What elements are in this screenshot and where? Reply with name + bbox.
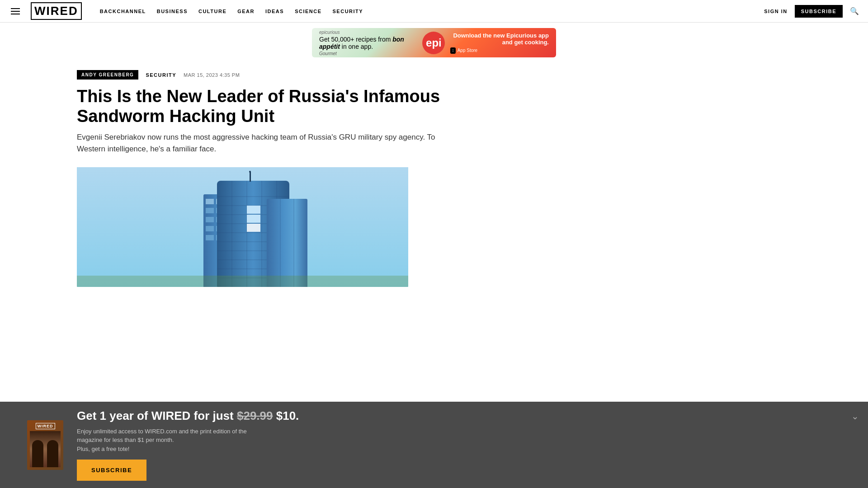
article-subtitle: Evgenii Serebriakov now runs the most ag… — [77, 131, 466, 155]
ad-left-text: Get 50,000+ recipes from bon appétit in … — [319, 36, 422, 50]
svg-rect-38 — [250, 172, 251, 182]
nav-gear[interactable]: GEAR — [237, 9, 255, 14]
svg-rect-33 — [247, 215, 260, 223]
article-image-container — [0, 160, 868, 287]
nav-business[interactable]: BUSINESS — [157, 9, 188, 14]
nav-security[interactable]: SECURITY — [333, 9, 363, 14]
article-meta: ANDY GREENBERG SECURITY MAR 15, 2023 4:3… — [0, 63, 868, 83]
svg-rect-32 — [247, 206, 260, 214]
ad-epi-badge: epi — [422, 32, 445, 54]
author-tag[interactable]: ANDY GREENBERG — [77, 70, 138, 80]
article-title: This Is the New Leader of Russia's Infam… — [77, 87, 466, 126]
article-hero-image — [77, 167, 408, 287]
hero-image-svg — [77, 167, 408, 287]
ad-container[interactable]: epicurious Get 50,000+ recipes from bon … — [312, 28, 556, 57]
svg-rect-40 — [77, 276, 408, 287]
svg-point-39 — [249, 171, 251, 173]
svg-rect-15 — [206, 235, 214, 240]
svg-rect-9 — [206, 217, 214, 222]
ad-cta-text: Download the new Epicurious app and get … — [450, 32, 549, 54]
nav-ideas[interactable]: IDEAS — [265, 9, 284, 14]
main-nav: BACKCHANNEL BUSINESS CULTURE GEAR IDEAS … — [100, 9, 363, 14]
hamburger-menu[interactable] — [9, 6, 22, 16]
publish-date: MAR 15, 2023 4:35 PM — [184, 72, 240, 78]
search-icon[interactable]: 🔍 — [850, 7, 859, 15]
nav-culture[interactable]: CULTURE — [198, 9, 226, 14]
nav-science[interactable]: SCIENCE — [295, 9, 321, 14]
svg-rect-12 — [206, 226, 214, 231]
ad-banner: epicurious Get 50,000+ recipes from bon … — [0, 23, 868, 63]
article-headline: This Is the New Leader of Russia's Infam… — [0, 83, 542, 160]
ad-secondary: Gourmet — [319, 51, 422, 56]
ad-brand-name: epicurious — [319, 30, 422, 35]
site-header: WIRED BACKCHANNEL BUSINESS CULTURE GEAR … — [0, 0, 868, 23]
svg-rect-6 — [206, 208, 214, 213]
header-left: WIRED BACKCHANNEL BUSINESS CULTURE GEAR … — [9, 2, 363, 20]
sign-in-link[interactable]: SIGN IN — [764, 9, 787, 14]
svg-rect-35 — [267, 199, 307, 287]
svg-rect-3 — [206, 199, 214, 204]
nav-backchannel[interactable]: BACKCHANNEL — [100, 9, 146, 14]
subscribe-button-header[interactable]: SUBSCRIBE — [795, 5, 843, 18]
category-tag[interactable]: SECURITY — [146, 72, 176, 78]
site-logo[interactable]: WIRED — [31, 2, 82, 20]
svg-rect-34 — [247, 224, 260, 232]
header-right: SIGN IN SUBSCRIBE 🔍 — [764, 5, 859, 18]
